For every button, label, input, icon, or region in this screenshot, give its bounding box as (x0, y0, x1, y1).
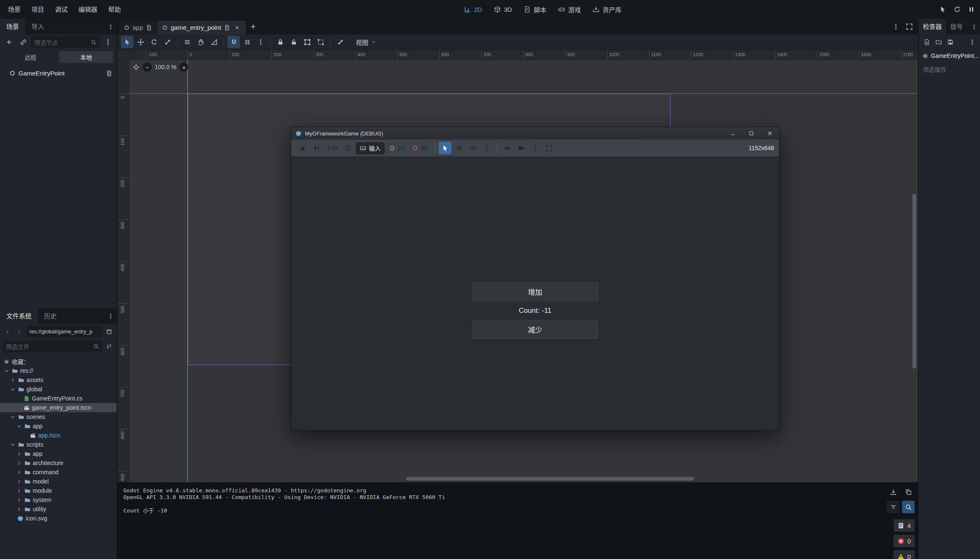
filesystem-tab-0[interactable]: 文件系统 (0, 308, 38, 324)
instance-scene-button[interactable] (17, 36, 29, 49)
filter-properties-input[interactable]: 筛选属性 (919, 62, 980, 77)
hscroll-thumb[interactable] (406, 477, 694, 481)
scale-tool[interactable] (161, 36, 174, 48)
scene-tree-menu-button[interactable] (102, 36, 114, 49)
scene-dock-tab-1[interactable]: 导入 (25, 19, 50, 34)
reset-time-scale-button[interactable] (342, 142, 354, 154)
menubar-menu-1[interactable]: 项目 (26, 0, 50, 19)
game-list-select-button[interactable] (453, 142, 465, 154)
zoom-out-button[interactable]: − (143, 62, 152, 72)
list-select-tool[interactable] (181, 36, 193, 48)
mode-3d-button[interactable]: 3D (409, 142, 431, 154)
fs-item-app[interactable]: app (0, 449, 117, 458)
log-filter-button[interactable] (887, 501, 899, 513)
workspace-ws-game[interactable]: 游戏 (553, 0, 585, 19)
save-resource-button[interactable] (945, 37, 956, 48)
log-search-button[interactable] (902, 501, 915, 513)
rotate-tool[interactable] (148, 36, 160, 48)
smart-snap-toggle[interactable] (227, 36, 240, 48)
scene-dock-tabbar-menu-button[interactable] (106, 22, 116, 32)
embed-game-button[interactable] (515, 142, 527, 154)
decrease-button[interactable]: 减少 (472, 320, 598, 339)
current-path-field[interactable]: res://global/game_entry_p (26, 326, 102, 337)
mute-audio-button[interactable] (501, 142, 513, 154)
filesystem-tab-1[interactable]: 历史 (38, 308, 63, 324)
game-select-menu-button[interactable] (480, 142, 493, 154)
fs-item-icon.svg[interactable]: icon.svg (0, 514, 117, 523)
ruler-tool[interactable] (208, 36, 220, 48)
fs-item-command[interactable]: command (0, 468, 117, 477)
horizontal-scrollbar[interactable] (406, 477, 694, 481)
menubar-menu-2[interactable]: 调试 (50, 0, 73, 19)
history-back-button[interactable] (3, 327, 13, 337)
maximize-window-button[interactable] (742, 127, 761, 140)
input-toggle-button[interactable]: 输入 (356, 142, 385, 154)
zoom-in-button[interactable]: + (179, 62, 188, 72)
close-scene-tab-button[interactable] (233, 23, 241, 32)
select-tool[interactable] (121, 36, 133, 48)
fs-item-architecture[interactable]: architecture (0, 458, 117, 468)
menubar-menu-4[interactable]: 帮助 (103, 0, 126, 19)
close-window-button[interactable] (761, 127, 779, 140)
debug-options-button[interactable] (296, 142, 309, 154)
local-button[interactable]: 本地 (59, 51, 114, 63)
game-window-titlebar[interactable]: MyGFrameworkGame (DEBUG) (291, 127, 779, 140)
filter-nodes-input[interactable]: 筛选节点 (31, 36, 100, 48)
fs-item-system[interactable]: system (0, 495, 117, 504)
pan-tool[interactable] (194, 36, 207, 48)
add-node-button[interactable] (3, 36, 15, 49)
fs-item-utility[interactable]: utility (0, 504, 117, 514)
fs-item-game-entry-point.tscn[interactable]: game_entry_point.tscn (0, 403, 117, 412)
fs-item-scenes[interactable]: scenes (0, 412, 117, 421)
fs-item-res---[interactable]: res:// (0, 366, 117, 375)
open-script-button[interactable] (104, 68, 114, 78)
view-menu-button[interactable]: 视图 (352, 36, 380, 48)
fs-item-GameEntryPoint.cs[interactable]: GameEntryPoint.cs (0, 394, 117, 403)
game-visibility-button[interactable] (467, 142, 479, 154)
new-resource-button[interactable] (921, 37, 932, 48)
scene-dock-tab-0[interactable]: 场景 (0, 19, 25, 34)
fs-item-app.tscn[interactable]: app.tscn (0, 431, 117, 440)
distraction-free-toggle[interactable] (903, 21, 915, 33)
workspace-ws-script[interactable]: 脚本 (519, 0, 551, 19)
group-selected-button[interactable] (301, 36, 313, 48)
inspector-tab-1[interactable]: 信号 (946, 19, 967, 34)
fs-item-global[interactable]: global (0, 385, 117, 394)
lock-selected-button[interactable] (274, 36, 287, 48)
inspector-node-header[interactable]: GameEntryPoint... (919, 50, 980, 62)
errors-count[interactable]: 0 (894, 535, 915, 547)
copy-log-button[interactable] (902, 486, 915, 498)
game-select-tool-button[interactable] (439, 142, 451, 154)
unlock-selected-button[interactable] (287, 36, 300, 48)
toggle-split-mode-button[interactable] (104, 327, 114, 337)
add-scene-tab-button[interactable] (247, 21, 259, 33)
snap-options-menu[interactable] (254, 36, 267, 48)
history-forward-button[interactable] (14, 327, 24, 337)
load-resource-button[interactable] (933, 37, 944, 48)
inspector-extra-menu-button[interactable] (967, 37, 977, 48)
warnings-count[interactable]: 0 (894, 550, 915, 559)
scene-tab-game_entry_point[interactable]: game_entry_point (157, 21, 246, 34)
vertical-scrollbar[interactable] (912, 194, 916, 369)
messages-count[interactable]: 4 (894, 519, 915, 532)
grid-snap-toggle[interactable] (241, 36, 253, 48)
minimize-window-button[interactable] (724, 127, 742, 140)
inspector-tab-0[interactable]: 检查器 (919, 19, 946, 34)
skeleton-options-menu[interactable] (334, 36, 347, 48)
inspector-tabbar-menu-button[interactable] (969, 22, 979, 32)
interact-cursor-button[interactable] (936, 3, 949, 16)
zoom-level-label[interactable]: 100.0 % (155, 64, 176, 70)
increase-button[interactable]: 增加 (472, 282, 598, 301)
vscroll-thumb[interactable] (912, 194, 916, 369)
fs-item-app[interactable]: app (0, 421, 117, 431)
fs-item-assets[interactable]: assets (0, 375, 117, 385)
next-frame-button[interactable] (310, 142, 323, 154)
menubar-menu-3[interactable]: 编辑器 (73, 0, 103, 19)
scene-tree-node[interactable]: GameEntryPoint (0, 68, 117, 79)
file-sort-button[interactable] (104, 341, 114, 351)
favorites-row[interactable]: 收藏： (0, 357, 117, 366)
ungroup-selected-button[interactable] (314, 36, 327, 48)
mode-2d-button[interactable]: 2D (386, 142, 408, 154)
workspace-ws-2d[interactable]: 2D (459, 0, 487, 19)
fs-item-model[interactable]: model (0, 477, 117, 486)
